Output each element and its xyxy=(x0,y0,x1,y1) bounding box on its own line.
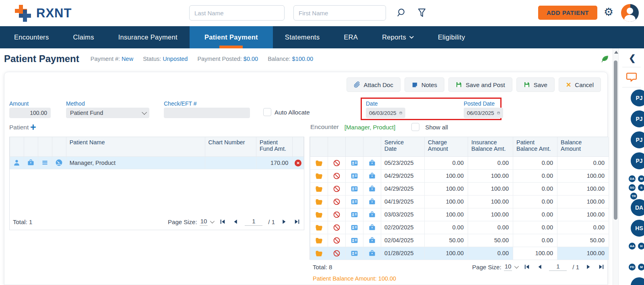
page-number-input[interactable]: 1 xyxy=(549,263,567,271)
next-page-icon[interactable] xyxy=(281,218,288,225)
recent-patient-avatar[interactable]: PJ xyxy=(630,89,644,107)
calendar-icon[interactable] xyxy=(399,110,402,115)
recent-patient-avatar[interactable]: M xyxy=(637,175,644,183)
recent-patient-avatar[interactable]: DA xyxy=(628,175,636,183)
show-all-checkbox[interactable] xyxy=(411,123,419,131)
encounter-row[interactable]: 02/20/2025 0.00 0.00 0.00 0.00 xyxy=(310,221,609,234)
id-card-icon[interactable] xyxy=(351,198,358,206)
settings-gear-icon[interactable]: ⚙ xyxy=(604,6,613,19)
id-card-icon[interactable] xyxy=(351,250,358,257)
first-page-icon[interactable] xyxy=(219,218,226,225)
recent-patient-avatar[interactable]: HS xyxy=(630,219,644,237)
patient-balance-cell[interactable]: 0.00 xyxy=(513,195,557,208)
recent-patient-avatar[interactable]: S xyxy=(637,183,644,192)
no-entry-icon[interactable] xyxy=(333,250,341,257)
folder-icon[interactable] xyxy=(315,211,323,218)
nav-insurance-payment[interactable]: Insurance Payment xyxy=(106,26,190,48)
briefcase-icon[interactable] xyxy=(368,250,376,257)
rxnt-logo[interactable]: RXNT xyxy=(14,4,72,23)
patient-balance-cell[interactable]: 0.00 xyxy=(513,156,557,169)
no-entry-icon[interactable] xyxy=(333,237,341,244)
add-patient-button[interactable]: ADD PATIENT xyxy=(538,6,597,20)
briefcase-icon[interactable] xyxy=(27,159,35,166)
recent-patient-avatar[interactable]: PJ xyxy=(630,110,644,128)
last-page-icon[interactable] xyxy=(598,263,605,270)
folder-icon[interactable] xyxy=(315,172,323,180)
nav-claims[interactable]: Claims xyxy=(61,26,106,48)
no-entry-icon[interactable] xyxy=(333,172,341,180)
encounter-row[interactable]: 03/03/2025 100.00 100.00 0.00 100.00 xyxy=(310,208,609,221)
prev-page-icon[interactable] xyxy=(536,263,543,270)
patient-row[interactable]: Manager, Product 170.00 ✕ xyxy=(10,156,304,169)
briefcase-icon[interactable] xyxy=(368,172,376,180)
id-card-icon[interactable] xyxy=(351,172,358,180)
amount-input[interactable] xyxy=(9,108,51,118)
encounter-row[interactable]: 04/19/2025 100.00 100.00 0.00 100.00 xyxy=(310,195,609,208)
patient-balance-cell[interactable]: 0.00 xyxy=(513,169,557,182)
page-size-select[interactable]: Page Size: 10 xyxy=(168,218,213,226)
date-input[interactable]: 06/03/2025 xyxy=(366,108,405,118)
id-card-icon[interactable] xyxy=(351,211,358,218)
last-name-input[interactable] xyxy=(189,5,285,21)
remove-patient-icon[interactable]: ✕ xyxy=(295,160,301,166)
search-icon[interactable] xyxy=(396,8,406,18)
no-entry-icon[interactable] xyxy=(333,159,341,167)
person-icon[interactable] xyxy=(13,159,21,166)
recent-patient-avatar[interactable]: AA xyxy=(628,242,636,250)
briefcase-icon[interactable] xyxy=(368,237,376,244)
folder-icon[interactable] xyxy=(315,224,323,231)
folder-icon[interactable] xyxy=(315,185,323,193)
patient-balance-cell[interactable]: 0.00 xyxy=(513,208,557,221)
encounter-row[interactable]: 04/29/2025 100.00 100.00 0.00 100.00 xyxy=(310,182,609,195)
posted-date-input[interactable]: 06/03/2025 xyxy=(464,108,503,118)
encounter-row[interactable]: 02/04/2025 50.00 50.00 0.00 50.00 xyxy=(310,234,609,247)
no-entry-icon[interactable] xyxy=(333,198,341,206)
briefcase-icon[interactable] xyxy=(368,198,376,206)
recent-patient-avatar[interactable]: PJ xyxy=(630,131,644,149)
next-page-icon[interactable] xyxy=(585,263,592,270)
patient-balance-cell[interactable]: 100.00 xyxy=(513,247,557,260)
nav-era[interactable]: ERA xyxy=(332,26,370,48)
no-entry-icon[interactable] xyxy=(333,224,341,231)
patient-balance-cell[interactable]: 0.00 xyxy=(513,234,557,247)
check-eft-input[interactable] xyxy=(164,108,250,118)
nav-encounters[interactable]: Encounters xyxy=(2,26,61,48)
calendar-icon[interactable] xyxy=(497,110,500,115)
save-button[interactable]: Save xyxy=(516,77,555,92)
prev-page-icon[interactable] xyxy=(232,218,239,225)
collapse-rail-icon[interactable]: ❮ xyxy=(629,53,636,63)
patient-balance-cell[interactable]: 0.00 xyxy=(513,182,557,195)
id-card-icon[interactable] xyxy=(351,224,358,231)
folder-icon[interactable] xyxy=(315,198,323,206)
last-page-icon[interactable] xyxy=(293,218,301,225)
id-card-icon[interactable] xyxy=(351,159,358,167)
nav-reports[interactable]: Reports xyxy=(370,26,426,48)
vertical-scrollbar[interactable] xyxy=(613,48,619,285)
folder-icon[interactable] xyxy=(315,159,323,167)
gauge-icon[interactable] xyxy=(55,159,63,166)
cancel-button[interactable]: ✕ Cancel xyxy=(559,77,601,92)
patient-balance-cell[interactable]: 0.00 xyxy=(513,221,557,234)
briefcase-icon[interactable] xyxy=(368,159,376,167)
folder-icon[interactable] xyxy=(315,250,323,257)
recent-patient-avatar[interactable]: DA xyxy=(630,198,644,217)
recent-patient-avatar[interactable]: PJ xyxy=(630,152,644,170)
recent-patient-avatar[interactable] xyxy=(630,277,644,285)
scrollbar-thumb[interactable] xyxy=(614,60,617,220)
nav-statements[interactable]: Statements xyxy=(273,26,332,48)
attach-doc-button[interactable]: Attach Doc xyxy=(347,77,400,92)
menu-lines-icon[interactable] xyxy=(41,159,49,166)
encounter-row[interactable]: 05/23/2025 0.00 0.00 0.00 0.00 xyxy=(310,156,609,169)
recent-patient-avatar[interactable]: FD xyxy=(628,263,636,271)
recent-patient-avatar[interactable]: M xyxy=(637,263,644,271)
scroll-up-arrow-icon[interactable] xyxy=(614,51,618,54)
page-number-input[interactable]: 1 xyxy=(245,218,262,226)
first-name-input[interactable] xyxy=(293,5,386,21)
page-size-select[interactable]: Page Size: 10 xyxy=(472,263,518,271)
first-page-icon[interactable] xyxy=(523,263,530,270)
id-card-icon[interactable] xyxy=(351,185,358,193)
folder-icon[interactable] xyxy=(315,237,323,244)
add-patient-row-button[interactable]: + xyxy=(30,122,36,132)
recent-patient-avatar[interactable]: SG xyxy=(628,183,636,192)
no-entry-icon[interactable] xyxy=(333,211,341,218)
